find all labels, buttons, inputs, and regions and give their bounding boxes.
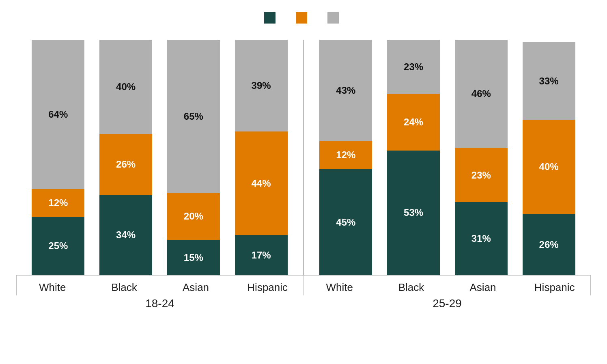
x-label-18-24-black: Black [88, 276, 160, 295]
segment-sibling-25-29-white: 12% [319, 141, 372, 169]
x-label-18-24-asian: Asian [160, 276, 232, 295]
bar-column-25-29-white: 45%12%43% [319, 40, 372, 275]
x-axis-labels: WhiteBlackAsianHispanicWhiteBlackAsianHi… [16, 275, 591, 295]
stacked-bar-18-24-white: 25%12%64% [32, 40, 84, 275]
sibling-swatch [296, 12, 307, 24]
x-label-25-29-hispanic: Hispanic [519, 276, 590, 295]
segment-sibling-18-24-black: 26% [99, 134, 152, 195]
bar-group-18-24: 25%12%64%34%26%40%15%20%65%17%44%39% [16, 40, 303, 275]
segment-sibling-18-24-white: 12% [32, 189, 84, 217]
stacked-bar-25-29-white: 45%12%43% [319, 40, 372, 275]
segment-sibling-25-29-hispanic: 40% [523, 120, 575, 214]
segment-sibling-18-24-asian: 20% [167, 193, 220, 240]
labels-half-18-24: WhiteBlackAsianHispanic [16, 275, 304, 295]
stacked-bar-18-24-hispanic: 17%44%39% [235, 40, 288, 275]
alone-swatch [264, 12, 276, 24]
labels-half-25-29: WhiteBlackAsianHispanic [304, 275, 591, 295]
stacked-bar-25-29-black: 53%24%23% [387, 40, 440, 275]
segment-alone-25-29-asian: 31% [455, 202, 508, 275]
bar-column-25-29-black: 53%24%23% [387, 40, 440, 275]
legend-item-alone [264, 12, 280, 24]
age-labels-row: 18-2425-29 [16, 295, 591, 317]
segment-roommate-25-29-white: 43% [319, 40, 372, 141]
segment-roommate-25-29-black: 23% [387, 40, 440, 94]
legend-item-sibling [296, 12, 311, 24]
segment-sibling-25-29-black: 24% [387, 94, 440, 150]
segment-alone-18-24-asian: 15% [167, 240, 220, 275]
stacked-bar-18-24-asian: 15%20%65% [167, 40, 220, 275]
bar-group-25-29: 45%12%43%53%24%23%31%23%46%26%40%33% [304, 40, 591, 275]
bar-column-18-24-black: 34%26%40% [99, 40, 152, 275]
chart-legend [264, 12, 343, 24]
segment-sibling-18-24-hispanic: 44% [235, 131, 288, 235]
segment-roommate-18-24-white: 64% [32, 40, 84, 189]
bar-column-18-24-asian: 15%20%65% [167, 40, 220, 275]
legend-item-roommate [327, 12, 343, 24]
x-label-25-29-black: Black [375, 276, 447, 295]
segment-alone-18-24-white: 25% [32, 217, 84, 275]
segment-roommate-18-24-black: 40% [99, 40, 152, 134]
bar-column-25-29-asian: 31%23%46% [455, 40, 508, 275]
x-label-18-24-hispanic: Hispanic [232, 276, 304, 295]
bar-column-18-24-white: 25%12%64% [32, 40, 84, 275]
segment-alone-25-29-white: 45% [319, 169, 372, 275]
segment-roommate-25-29-asian: 46% [455, 40, 508, 148]
segment-alone-25-29-hispanic: 26% [523, 214, 575, 275]
x-label-25-29-white: White [304, 276, 376, 295]
segment-sibling-25-29-asian: 23% [455, 148, 508, 202]
segment-roommate-25-29-hispanic: 33% [523, 42, 575, 120]
x-label-25-29-asian: Asian [447, 276, 519, 295]
segment-alone-18-24-hispanic: 17% [235, 235, 288, 275]
bars-row: 25%12%64%34%26%40%15%20%65%17%44%39%45%1… [16, 40, 591, 275]
segment-roommate-18-24-hispanic: 39% [235, 40, 288, 131]
segment-roommate-18-24-asian: 65% [167, 40, 220, 193]
stacked-bar-25-29-asian: 31%23%46% [455, 40, 508, 275]
chart-main: 25%12%64%34%26%40%15%20%65%17%44%39%45%1… [16, 40, 591, 356]
x-label-18-24-white: White [17, 276, 88, 295]
bar-column-25-29-hispanic: 26%40%33% [523, 40, 575, 275]
bar-column-18-24-hispanic: 17%44%39% [235, 40, 288, 275]
stacked-bar-18-24-black: 34%26%40% [99, 40, 152, 275]
stacked-bar-25-29-hispanic: 26%40%33% [523, 40, 575, 275]
roommate-swatch [327, 12, 339, 24]
age-label-25-29: 25-29 [304, 295, 591, 317]
age-label-18-24: 18-24 [16, 295, 304, 317]
segment-alone-25-29-black: 53% [387, 151, 440, 275]
segment-alone-18-24-black: 34% [99, 195, 152, 275]
